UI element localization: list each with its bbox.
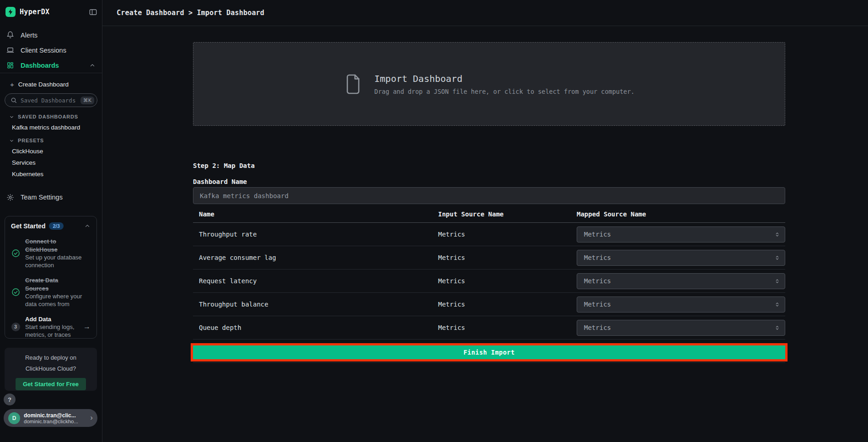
logo-row: HyperDX — [5, 6, 97, 18]
section-saved-dashboards[interactable]: SAVED DASHBOARDS — [0, 114, 102, 119]
row-input-source-cell: Metrics — [438, 277, 577, 285]
mapped-source-select[interactable]: Metrics — [577, 226, 785, 243]
import-dropzone[interactable]: Import Dashboard Drag and drop a JSON fi… — [193, 42, 785, 126]
get-started-title: Get Started — [11, 222, 45, 230]
sidebar-item-dashboards[interactable]: Dashboards — [0, 58, 102, 73]
row-name-cell: Throughput rate — [199, 231, 438, 238]
search-input[interactable] — [21, 97, 80, 104]
cloud-card-line2: ClickHouse Cloud? — [5, 363, 97, 374]
finish-import-button[interactable]: Finish Import — [193, 345, 785, 359]
row-name-cell: Average consumer lag — [199, 254, 438, 261]
chevron-down-icon — [9, 138, 14, 143]
sidebar-item-label: Alerts — [21, 32, 38, 39]
table-row: Throughput rate Metrics Metrics — [193, 223, 785, 246]
dashboard-name-label: Dashboard Name — [193, 178, 247, 185]
row-input-source-cell: Metrics — [438, 301, 577, 308]
help-button[interactable]: ? — [4, 393, 16, 405]
step-description: Configure where your data comes from — [25, 292, 83, 308]
user-menu[interactable]: D dominic.tran@clic... dominic.tran@clic… — [4, 409, 97, 427]
arrow-right-icon[interactable]: → — [83, 323, 91, 331]
sidebar-item-client-sessions[interactable]: Client Sessions — [0, 43, 102, 58]
section-title-label: SAVED DASHBOARDS — [18, 114, 78, 119]
user-name: dominic.tran@clic... — [24, 412, 78, 419]
column-header-input-source: Input Source Name — [438, 210, 577, 218]
sidebar-divider — [0, 73, 102, 73]
chevron-down-icon — [9, 114, 14, 119]
app-title: HyperDX — [20, 8, 49, 16]
sidebar-item-kafka-dashboard[interactable]: Kafka metrics dashboard — [0, 124, 102, 131]
section-presets[interactable]: PRESETS — [0, 138, 102, 143]
laptop-icon — [6, 46, 15, 54]
mapped-source-value: Metrics — [584, 277, 611, 285]
mapped-source-select[interactable]: Metrics — [577, 250, 785, 266]
mapped-source-value: Metrics — [584, 301, 611, 308]
sidebar-item-alerts[interactable]: Alerts — [0, 27, 102, 43]
mapped-source-value: Metrics — [584, 324, 611, 331]
step-number-badge: 3 — [11, 323, 20, 331]
bell-icon — [6, 31, 15, 39]
mapped-source-value: Metrics — [584, 254, 611, 261]
select-chevrons-icon — [774, 325, 780, 331]
section-title-label: PRESETS — [18, 138, 44, 143]
sidebar-item-services-preset[interactable]: Services — [0, 159, 102, 167]
table-row: Queue depth Metrics Metrics — [193, 316, 785, 340]
create-dashboard-button[interactable]: + Create Dashboard — [0, 78, 102, 91]
chevron-up-icon[interactable] — [84, 223, 91, 229]
clickhouse-cloud-card: Ready to deploy on ClickHouse Cloud? Get… — [5, 348, 97, 391]
get-started-steps: Connect to ClickHouse Set up your databa… — [11, 237, 91, 339]
main-content: Import Dashboard Drag and drop a JSON fi… — [102, 26, 868, 442]
dashboard-grid-icon — [6, 61, 15, 69]
select-chevrons-icon — [774, 278, 780, 284]
sidebar: HyperDX Alerts Client Sessions Dashboard… — [0, 0, 102, 442]
step-create-data-sources: Create Data Sources Configure where your… — [11, 276, 91, 308]
row-input-source-cell: Metrics — [438, 254, 577, 261]
sidebar-item-team-settings[interactable]: Team Settings — [0, 192, 102, 203]
row-input-source-cell: Metrics — [438, 324, 577, 331]
breadcrumb: Create Dashboard > Import Dashboard — [117, 9, 264, 17]
column-header-name: Name — [199, 210, 438, 218]
sidebar-item-clickhouse-preset[interactable]: ClickHouse — [0, 147, 102, 155]
select-chevrons-icon — [774, 255, 780, 261]
step-add-data[interactable]: 3 Add Data Start sending logs, metrics, … — [11, 315, 91, 339]
row-input-source-cell: Metrics — [438, 231, 577, 238]
sidebar-item-label: Dashboards — [21, 62, 59, 69]
avatar: D — [8, 412, 20, 424]
chevron-up-icon[interactable] — [89, 62, 96, 69]
create-dashboard-label: Create Dashboard — [18, 81, 69, 88]
sidebar-item-kubernetes-preset[interactable]: Kubernetes — [0, 170, 102, 178]
mapped-source-select[interactable]: Metrics — [577, 273, 785, 289]
file-icon — [344, 73, 362, 96]
app-root: { "app": { "name": "HyperDX" }, "topbar"… — [0, 0, 868, 442]
step-connect-clickhouse: Connect to ClickHouse Set up your databa… — [11, 237, 91, 269]
row-name-cell: Request latency — [199, 277, 438, 285]
topbar: Create Dashboard > Import Dashboard — [102, 0, 868, 26]
user-email: dominic.tran@clickho... — [24, 419, 78, 424]
dropzone-subtitle: Drag and drop a JSON file here, or click… — [375, 88, 635, 95]
select-chevrons-icon — [774, 302, 780, 307]
table-header-row: Name Input Source Name Mapped Source Nam… — [193, 210, 785, 223]
step-title: Create Data Sources — [25, 277, 58, 292]
plus-icon: + — [10, 81, 14, 88]
saved-dashboards-search[interactable]: ⌘K — [5, 93, 97, 107]
table-row: Average consumer lag Metrics Metrics — [193, 246, 785, 270]
sidebar-collapse-icon[interactable] — [89, 8, 97, 16]
mapped-source-select[interactable]: Metrics — [577, 296, 785, 313]
get-started-card: Get Started 2/3 Connect to ClickHouse Se… — [5, 216, 97, 339]
hyperdx-logo-icon — [5, 7, 16, 17]
step-description: Start sending logs, metrics, or traces — [25, 323, 83, 339]
mapped-source-value: Metrics — [584, 231, 611, 238]
team-settings-label: Team Settings — [21, 194, 63, 201]
table-row: Request latency Metrics Metrics — [193, 270, 785, 293]
map-data-table: Name Input Source Name Mapped Source Nam… — [193, 186, 785, 363]
check-circle-icon — [11, 249, 20, 258]
gear-icon — [6, 194, 15, 201]
get-started-free-button[interactable]: Get Started for Free — [16, 378, 86, 390]
get-started-header[interactable]: Get Started 2/3 — [11, 222, 91, 230]
mapped-source-select[interactable]: Metrics — [577, 320, 785, 336]
column-header-mapped-source: Mapped Source Name — [577, 210, 785, 218]
table-row: Throughput balance Metrics Metrics — [193, 293, 785, 316]
step-title: Connect to ClickHouse — [25, 238, 58, 253]
sidebar-nav: Alerts Client Sessions Dashboards — [0, 27, 102, 73]
dropzone-title: Import Dashboard — [375, 73, 635, 84]
select-chevrons-icon — [774, 232, 780, 237]
